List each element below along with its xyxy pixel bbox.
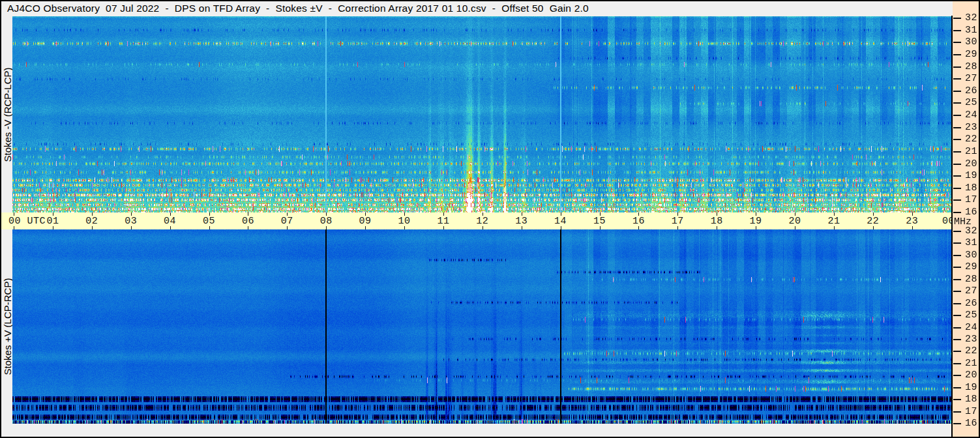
title-bar: AJ4CO Observatory 07 Jul 2022 - DPS on T… <box>1 1 953 16</box>
time-tick-label: 03 <box>121 216 141 227</box>
freq-tick-label-bot: 30 <box>961 250 977 261</box>
panel-bottom-ylabel: Stokes +V (LCP-RCP) <box>1 278 12 375</box>
time-tick-label: 06 <box>238 216 258 227</box>
time-tick-label: 11 <box>434 216 453 227</box>
panel-top-ylabel: Stokes -V (RCP-LCP) <box>1 67 12 162</box>
freq-tick-bot <box>953 363 961 364</box>
freq-tick-label-bot: 26 <box>961 298 977 309</box>
time-tick-label: 10 <box>394 216 414 227</box>
freq-tick-top <box>953 115 961 116</box>
freq-tick-label-top: 25 <box>961 97 977 108</box>
freq-tick-label-bot: 24 <box>961 322 977 333</box>
time-tick-label: 20 <box>785 216 805 227</box>
time-tick-label: 23 <box>902 216 922 227</box>
freq-tick-bot <box>953 387 961 388</box>
freq-tick-bot <box>953 339 961 340</box>
time-tick-label: 14 <box>551 216 571 227</box>
frequency-axis: 3231302928272625242322212019181716323130… <box>953 1 979 437</box>
freq-tick-label-bot: 28 <box>961 274 977 285</box>
time-tick-label: 05 <box>200 216 219 227</box>
freq-tick-label-top: 20 <box>961 158 977 169</box>
freq-tick-label-bot: 20 <box>961 370 977 381</box>
freq-tick-label-top: 24 <box>961 110 977 121</box>
freq-tick-label-top: 19 <box>961 170 977 181</box>
freq-tick-top <box>953 18 961 19</box>
freq-tick-top <box>953 42 961 43</box>
freq-tick-label-bot: 25 <box>961 310 977 321</box>
freq-tick-top <box>953 212 961 213</box>
freq-tick-top <box>953 139 961 140</box>
time-tick-label: 04 <box>160 216 180 227</box>
app-window: AJ4CO Observatory 07 Jul 2022 - DPS on T… <box>0 0 980 438</box>
freq-tick-label-top: 29 <box>961 49 977 60</box>
time-tick-label: 01 <box>43 216 63 227</box>
freq-tick-label-top: 21 <box>961 146 977 157</box>
freq-tick-top <box>953 66 961 68</box>
time-tick-label: 16 <box>629 216 648 227</box>
ylabel-gutter-bottom: Stokes +V (LCP-RCP) <box>1 229 12 424</box>
ylabel-gutter-top: Stokes -V (RCP-LCP) <box>1 16 12 212</box>
freq-tick-bot <box>953 242 961 244</box>
freq-tick-top <box>953 164 961 165</box>
freq-tick-top <box>953 127 961 128</box>
time-tick-label: 17 <box>668 216 687 227</box>
time-tick-label: 19 <box>746 216 765 227</box>
freq-tick-top <box>953 30 961 31</box>
time-tick-label: 09 <box>355 216 375 227</box>
freq-tick-top <box>953 91 961 92</box>
time-tick-label: 08 <box>316 216 336 227</box>
freq-tick-label-top: 30 <box>961 36 977 48</box>
freq-tick-top <box>953 175 961 177</box>
freq-tick-top <box>953 199 961 201</box>
freq-tick-bot <box>953 375 961 376</box>
freq-tick-bot <box>953 399 961 400</box>
freq-tick-label-bot: 21 <box>961 358 977 369</box>
freq-tick-label-top: 18 <box>961 182 977 194</box>
time-axis: 00 UTC0102030405060708091011121314151617… <box>1 212 953 229</box>
freq-tick-bot <box>953 351 961 352</box>
time-tick-label: 21 <box>824 216 844 227</box>
bottom-gutter <box>1 424 953 437</box>
freq-tick-label-bot: 31 <box>961 237 977 248</box>
freq-tick-label-top: 17 <box>961 194 977 205</box>
freq-tick-bot <box>953 291 961 292</box>
freq-tick-bot <box>953 303 961 304</box>
freq-tick-label-bot: 27 <box>961 285 977 297</box>
freq-tick-top <box>953 102 961 104</box>
freq-tick-bot <box>953 327 961 328</box>
freq-tick-bot <box>953 423 961 424</box>
freq-tick-label-top: 31 <box>961 25 977 36</box>
freq-tick-label-bot: 16 <box>961 418 977 429</box>
freq-tick-label-bot: 22 <box>961 345 977 357</box>
freq-tick-bot <box>953 315 961 316</box>
freq-tick-label-bot: 23 <box>961 334 977 345</box>
time-tick-label: 02 <box>82 216 102 227</box>
freq-tick-bot <box>953 267 961 268</box>
time-tick-label: 22 <box>863 216 883 227</box>
freq-unit-label: MHz <box>954 216 972 227</box>
time-tick-label: 15 <box>590 216 610 227</box>
freq-tick-label-top: 32 <box>961 12 977 23</box>
freq-tick-top <box>953 151 961 153</box>
freq-tick-bot <box>953 231 961 232</box>
time-tick-label: 12 <box>473 216 492 227</box>
freq-tick-label-top: 23 <box>961 122 977 133</box>
freq-tick-bot <box>953 255 961 256</box>
freq-tick-label-top: 26 <box>961 85 977 96</box>
spectrogram-stokes-plus-v <box>12 229 953 424</box>
freq-tick-label-top: 27 <box>961 73 977 84</box>
freq-tick-label-top: 28 <box>961 61 977 72</box>
freq-tick-label-bot: 17 <box>961 406 977 417</box>
freq-tick-label-top: 22 <box>961 134 977 145</box>
page-title: AJ4CO Observatory 07 Jul 2022 - DPS on T… <box>7 3 589 14</box>
freq-tick-bot <box>953 411 961 413</box>
freq-tick-label-bot: 29 <box>961 261 977 272</box>
freq-tick-top <box>953 188 961 189</box>
plot-strip-divider-line <box>951 16 953 437</box>
freq-tick-label-bot: 18 <box>961 394 977 405</box>
time-tick-label: 18 <box>707 216 726 227</box>
freq-tick-top <box>953 78 961 80</box>
freq-tick-label-bot: 19 <box>961 382 977 393</box>
time-tick-label: 13 <box>512 216 531 227</box>
freq-tick-bot <box>953 279 961 280</box>
